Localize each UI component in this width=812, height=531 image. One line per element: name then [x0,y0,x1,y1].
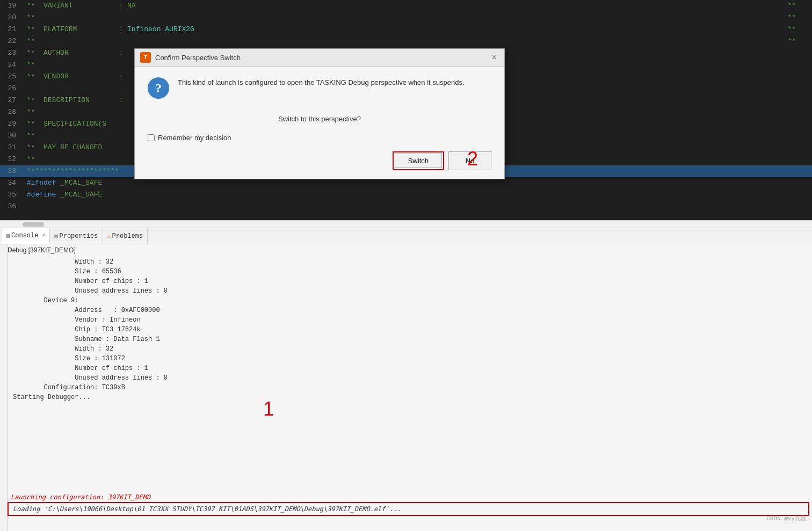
code-line-19: 19 ** VARIANT : NA ** [0,0,812,12]
tab-properties[interactable]: ▤ Properties [50,228,103,244]
problems-icon: ⚠ [107,233,111,239]
hscroll-thumb[interactable] [23,222,44,227]
console-line-9: Subname : Data Flash 1 [13,334,807,344]
console-line-2: Size : 65536 [13,267,807,277]
remember-decision-label: Remember my decision [158,134,231,142]
launch-line: Launching configuration: 397KIT_DEMO [8,492,809,502]
dialog-title-text: Confirm Perspective Switch [155,54,485,62]
console-line-3: Number of chips : 1 [13,277,807,286]
loading-line-box: Loading 'C:\Users\19066\Desktop\01 TC3XX… [8,502,809,516]
code-line-21: 21 ** PLATFORM : Infineon AURIX2G ** [0,24,812,35]
no-button[interactable]: No [448,151,491,170]
properties-tab-label: Properties [60,232,98,240]
watermark: CSDN @yy九歌 [766,514,807,522]
bottom-panel: ▤ Console × ▤ Properties ⚠ Problems Debu… [0,228,812,531]
console-line-14: Configuration: TC39xB [13,383,807,392]
remember-decision-checkbox[interactable] [148,134,155,141]
confirm-dialog[interactable]: T Confirm Perspective Switch × ? This ki… [134,48,505,179]
left-indicator [0,244,8,531]
tab-problems[interactable]: ⚠ Problems [103,228,148,244]
dialog-titlebar: T Confirm Perspective Switch × [135,49,504,67]
console-line-7: Vendor : Infineon [13,315,807,325]
console-tab-close[interactable]: × [42,233,45,239]
code-line-36: 36 [0,201,812,213]
bottom-console-lines: Launching configuration: 397KIT_DEMO Loa… [8,492,809,516]
console-title-text: Debug [397KIT_DEMO] [8,246,76,254]
code-line-20: 20 ** ** [0,12,812,24]
dialog-close-button[interactable]: × [490,53,499,62]
console-tab-label: Console [11,232,38,239]
code-line-22: 22 ** ** [0,35,812,47]
question-icon: ? [148,77,169,99]
console-line-12: Number of chips : 1 [13,363,807,373]
console-line-15: Starting Debugger... [13,392,807,402]
console-line-13: Unused address lines : 0 [13,373,807,383]
loading-line: Loading 'C:\Users\19066\Desktop\01 TC3XX… [13,505,804,513]
dialog-buttons: Switch No [148,151,491,170]
console-line-6: Address : 0xAFC00000 [13,305,807,315]
console-line-1: Width : 32 [13,257,807,267]
tab-bar: ▤ Console × ▤ Properties ⚠ Problems [0,228,812,244]
console-line-10: Width : 32 [13,344,807,354]
console-line-11: Size : 131072 [13,354,807,363]
properties-icon: ▤ [54,233,57,239]
dialog-checkbox-row: Remember my decision [148,134,491,142]
dialog-body: ? This kind of launch is configured to o… [135,67,504,179]
console-title: Debug [397KIT_DEMO] [0,244,812,255]
editor-hscrollbar[interactable] [0,220,812,228]
console-line-4: Unused address lines : 0 [13,286,807,296]
code-line-35: 35 #define _MCAL_SAFE [0,189,812,201]
console-output: Width : 32 Size : 65536 Number of chips … [0,255,812,404]
dialog-question-text: Switch to this perspective? [148,115,491,123]
dialog-message-row: ? This kind of launch is configured to o… [148,77,491,99]
switch-button[interactable]: Switch [395,154,442,168]
console-line-8: Chip : TC3_17624k [13,325,807,334]
console-icon: ▤ [6,232,10,239]
tab-console[interactable]: ▤ Console × [2,228,50,244]
problems-tab-label: Problems [112,232,143,240]
console-line-5: Device 9: [13,296,807,305]
dialog-message-text: This kind of launch is configured to ope… [178,77,465,88]
switch-button-wrapper: Switch [393,151,444,170]
dialog-app-icon: T [140,52,151,63]
